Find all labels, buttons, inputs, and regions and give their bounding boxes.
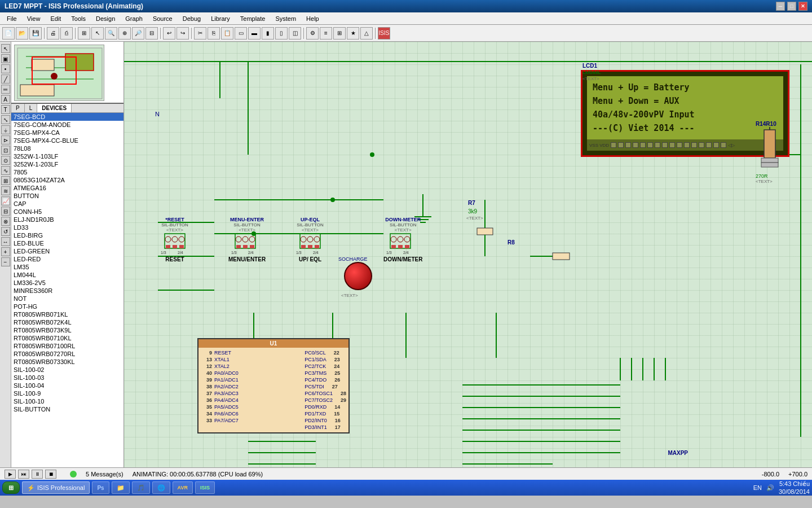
device-item-lm336-2v5[interactable]: LM336-2V5 xyxy=(11,279,123,287)
devices-list[interactable]: 7SEG-BCD 7SEG-COM-ANODE 7SEG-MPX4-CA 7SE… xyxy=(11,113,123,467)
device-item-7seg-mpx4-cc-blue[interactable]: 7SEG-MPX4-CC-BLUE xyxy=(11,137,123,144)
device-item-led-red[interactable]: LED-RED xyxy=(11,255,123,263)
menu-template[interactable]: Template xyxy=(236,14,270,23)
device-item-pot-hg[interactable]: POT-HG xyxy=(11,303,123,310)
menu-library[interactable]: Library xyxy=(206,14,235,23)
undo-btn[interactable]: ↩ xyxy=(163,27,175,40)
taskbar-media[interactable]: 🎵 xyxy=(132,481,150,494)
menu-source[interactable]: Source xyxy=(148,14,177,23)
minus-tool[interactable]: − xyxy=(1,257,10,266)
device-item-3252w-103lf[interactable]: 3252W-1-103LF xyxy=(11,152,123,160)
prop-btn[interactable]: ⚙ xyxy=(306,27,319,40)
bus-entry-tool[interactable]: ⤡ xyxy=(1,115,10,124)
device-item-rt0805wrb07270rl[interactable]: RT0805WRB07270RL xyxy=(11,350,123,358)
run-btn[interactable]: ISIS xyxy=(378,27,390,40)
prop2-btn[interactable]: ≡ xyxy=(320,27,332,40)
label-tool[interactable]: A xyxy=(1,95,10,104)
virtual-inst-tool[interactable]: ⊞ xyxy=(1,176,10,185)
taskbar-isis[interactable]: ⚡ ISIS Professional xyxy=(22,481,90,494)
paste-btn[interactable]: 📋 xyxy=(221,27,233,40)
rotate-tool[interactable]: ↺ xyxy=(1,227,10,236)
tab-parts[interactable]: P xyxy=(11,104,25,112)
device-item-rt0805wrb072k4l[interactable]: RT0805WRB072K4L xyxy=(11,318,123,326)
script-tool[interactable]: ≋ xyxy=(1,186,10,195)
menu-edit[interactable]: Edit xyxy=(46,14,65,23)
prop3-btn[interactable]: ⊞ xyxy=(333,27,346,40)
device-item-elj-nd1r0jb[interactable]: ELJ-ND1R0JB xyxy=(11,216,123,224)
device-item-sil-100-10[interactable]: SIL-100-10 xyxy=(11,397,123,405)
device-item-7seg-mpx4-ca[interactable]: 7SEG-MPX4-CA xyxy=(11,129,123,137)
volume-icon[interactable]: 🔊 xyxy=(766,484,774,492)
pause-btn[interactable]: ⏸ xyxy=(32,470,43,479)
open-btn[interactable]: 📂 xyxy=(16,27,28,40)
device-item-lm044l[interactable]: LM044L xyxy=(11,271,123,279)
device-item-rt0805wrb071kl[interactable]: RT0805WRB071KL xyxy=(11,310,123,318)
menu-graph[interactable]: Graph xyxy=(121,14,147,23)
text-tool[interactable]: T xyxy=(1,105,10,114)
plus-tool[interactable]: + xyxy=(1,247,10,256)
taskbar-isis2[interactable]: ISIS xyxy=(195,481,215,494)
prop5-btn[interactable]: △ xyxy=(360,27,373,40)
block3-btn[interactable]: ▮ xyxy=(262,27,274,40)
tab-devices[interactable]: DEVICES xyxy=(37,104,72,112)
device-item-sil-100-03[interactable]: SIL-100-03 xyxy=(11,374,123,382)
device-item-sil-100-9[interactable]: SIL-100-9 xyxy=(11,389,123,397)
device-item-rt0805wrb07330kl[interactable]: RT0805WRB07330KL xyxy=(11,358,123,366)
print2-btn[interactable]: ⎙ xyxy=(60,27,73,40)
menu-design[interactable]: Design xyxy=(91,14,120,23)
block5-btn[interactable]: ◫ xyxy=(289,27,301,40)
bus-tool[interactable]: ═ xyxy=(1,85,10,94)
save-btn[interactable]: 💾 xyxy=(29,27,42,40)
mirror-tool[interactable]: ↔ xyxy=(1,237,10,246)
device-item-rt0805wrb07100rl[interactable]: RT0805WRB07100RL xyxy=(11,342,123,350)
menu-debug[interactable]: Debug xyxy=(178,14,205,23)
device-item-atmega16[interactable]: ATMEGA16 xyxy=(11,184,123,192)
device-item-led-blue[interactable]: LED-BLUE xyxy=(11,239,123,247)
measure-tool[interactable]: ∿ xyxy=(1,166,10,175)
minimize-button[interactable]: ─ xyxy=(776,2,785,11)
device-item-led-green[interactable]: LED-GREEN xyxy=(11,247,123,255)
tape-tool[interactable]: ⊟ xyxy=(1,207,10,216)
device-item-78l08[interactable]: 78L08 xyxy=(11,144,123,152)
window-controls[interactable]: ─ □ ✕ xyxy=(776,2,807,11)
play-btn[interactable]: ▶ xyxy=(5,470,16,479)
device-item-3252w-203lf[interactable]: 3252W-1-203LF xyxy=(11,160,123,168)
device-item-08053g[interactable]: 08053G104ZAT2A xyxy=(11,176,123,184)
redo-btn[interactable]: ↪ xyxy=(176,27,189,40)
stop-btn[interactable]: ⏹ xyxy=(45,470,56,479)
graph-tool[interactable]: 📈 xyxy=(1,196,10,205)
device-item-rt0805wrb073k9l[interactable]: RT0805WRB073K9L xyxy=(11,326,123,334)
block2-btn[interactable]: ▬ xyxy=(248,27,261,40)
taskbar-explorer[interactable]: 📁 xyxy=(112,481,130,494)
taskbar-avr[interactable]: AVR xyxy=(173,481,193,494)
block4-btn[interactable]: ▯ xyxy=(275,27,288,40)
device-item-lm35[interactable]: LM35 xyxy=(11,263,123,271)
menu-file[interactable]: File xyxy=(2,14,21,23)
junction-tool[interactable]: • xyxy=(1,64,10,73)
device-item-not[interactable]: NOT xyxy=(11,295,123,303)
device-item-7805[interactable]: 7805 xyxy=(11,168,123,176)
copy-btn[interactable]: ⎘ xyxy=(208,27,220,40)
power-tool[interactable]: ⏚ xyxy=(1,125,10,134)
device-item-button[interactable]: BUTTON xyxy=(11,192,123,200)
minimap[interactable] xyxy=(11,42,123,104)
print-btn[interactable]: 🖨 xyxy=(47,27,59,40)
device-item-sil-100-04[interactable]: SIL-100-04 xyxy=(11,382,123,389)
probe-tool[interactable]: ⊙ xyxy=(1,156,10,165)
gen-tool[interactable]: ⊗ xyxy=(1,217,10,226)
menu-tools[interactable]: Tools xyxy=(67,14,90,23)
animation-controls[interactable]: ▶ ⏭ ⏸ ⏹ xyxy=(5,470,56,479)
zoomin-btn[interactable]: 🔍 xyxy=(105,27,117,40)
device-item-rt0805wrb0710kl[interactable]: RT0805WRB0710KL xyxy=(11,334,123,342)
close-button[interactable]: ✕ xyxy=(798,2,807,11)
device-item-ld33[interactable]: LD33 xyxy=(11,224,123,231)
canvas-area[interactable]: N *RESET SIL-BUTTON <TEXT> 1/3 2/4 RESET xyxy=(124,42,812,467)
zoomout-btn[interactable]: 🔎 xyxy=(132,27,144,40)
device-item-conn-h5[interactable]: CONN-H5 xyxy=(11,208,123,216)
new-btn[interactable]: 📄 xyxy=(2,27,15,40)
hier-tool[interactable]: ⊡ xyxy=(1,146,10,155)
wire-tool[interactable]: ╱ xyxy=(1,75,10,84)
grid-btn[interactable]: ⊞ xyxy=(78,27,90,40)
start-button[interactable]: ⊞ xyxy=(2,481,20,494)
select-tool[interactable]: ↖ xyxy=(1,44,10,53)
